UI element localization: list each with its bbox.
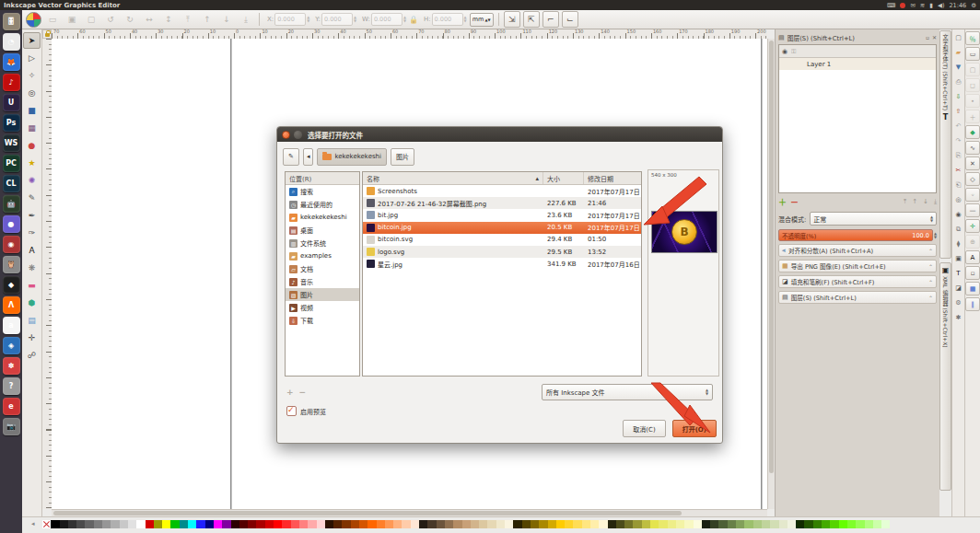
palette-swatch[interactable] — [453, 520, 461, 528]
fill-stroke-dialog-button[interactable]: ◪ — [952, 282, 965, 295]
launcher-firefox[interactable]: 🦊 — [3, 53, 20, 71]
palette-swatch[interactable] — [718, 520, 727, 528]
palette-swatch[interactable] — [487, 520, 496, 528]
palette-swatch[interactable] — [710, 520, 718, 528]
palette-swatch[interactable] — [479, 520, 487, 528]
launcher-inkscape[interactable]: ◆ — [3, 276, 20, 294]
palette-swatch[interactable] — [813, 520, 822, 528]
raise-button[interactable]: ↑ — [199, 11, 216, 28]
palette-swatch[interactable] — [256, 520, 264, 528]
snap-enable-toggle[interactable]: ％ — [965, 31, 980, 45]
lower-layer-bottom-button[interactable]: ⤓ — [934, 198, 937, 205]
launcher-files[interactable]: 🗄 — [3, 13, 20, 30]
snap-line-midpoints-toggle[interactable]: — — [965, 203, 980, 217]
clock[interactable]: 21:46 — [949, 2, 966, 9]
palette-scroll-left-icon[interactable]: ◂ — [31, 520, 35, 527]
h-spinner[interactable]: ▲▼ — [464, 16, 467, 23]
palette-swatch[interactable] — [556, 520, 565, 528]
launcher-screenshot-tool[interactable]: 📷 — [3, 418, 20, 435]
column-date[interactable]: 修改日期 — [584, 172, 641, 184]
palette-swatch[interactable] — [368, 520, 376, 528]
unit-select[interactable]: mm▲▼ — [470, 13, 494, 27]
duplicate-button[interactable]: ⧉ — [952, 223, 965, 236]
file-row-bitcoin-svg[interactable]: bitcoin.svg 29.4 KB 01:50 — [363, 234, 641, 246]
y-spinner[interactable]: ▲▼ — [354, 16, 356, 23]
palette-swatch[interactable] — [539, 520, 547, 528]
zoom-tool[interactable]: ◎ — [23, 85, 41, 101]
palette-swatch[interactable] — [162, 520, 170, 528]
dockbar-align-distribute[interactable]: ⫷ 对齐和分散(A) (Shift+Ctrl+A) ⌃ — [778, 244, 937, 257]
redo-button[interactable]: ↷ — [952, 134, 965, 147]
affect-corners-toggle[interactable]: ⌐ — [542, 11, 559, 28]
palette-swatch[interactable] — [170, 520, 179, 528]
snap-grids-toggle[interactable]: ▦ — [965, 282, 980, 295]
palette-swatch[interactable] — [76, 520, 85, 528]
palette-swatch[interactable] — [265, 520, 274, 528]
palette-swatch[interactable] — [779, 520, 788, 528]
ruler-corner[interactable] — [42, 29, 52, 39]
palette-swatch[interactable] — [274, 520, 282, 528]
palette-swatch[interactable] — [180, 520, 188, 528]
place-music[interactable]: ♪ 音乐 — [286, 275, 359, 288]
x-input[interactable]: 0.000 — [274, 13, 306, 26]
palette-swatch[interactable] — [136, 520, 145, 528]
palette-swatch[interactable] — [462, 520, 471, 528]
flip-horizontal-button[interactable]: ↔ — [141, 11, 158, 28]
layers-panel-header[interactable]: ▤ 图层(S) (Shift+Ctrl+L) ▫ ✕ — [778, 31, 937, 43]
place-desktop[interactable]: ▤ 桌面 — [286, 224, 359, 237]
palette-swatch[interactable] — [60, 520, 68, 528]
file-row-bit-jpg[interactable]: bit.jpg 23.6 KB 2017年07月17日 — [363, 209, 641, 221]
add-place-button[interactable]: + — [286, 388, 294, 397]
dockbar-layers[interactable]: ▤ 图层(S) (Shift+Ctrl+L) ⌃ — [778, 291, 937, 304]
dockbar-export-png[interactable]: ▦ 导出 PNG 图像(E) (Shift+Ctrl+E) ⌃ — [778, 260, 937, 272]
affect-move-patterns-toggle[interactable]: ⇲ — [504, 11, 520, 28]
palette-swatch[interactable] — [333, 520, 342, 528]
dialog-close-button[interactable] — [282, 131, 290, 139]
palette-swatch[interactable] — [188, 520, 196, 528]
place-kekekekekeshi[interactable]: ▰ kekekekekeshi — [286, 211, 359, 224]
palette-swatch[interactable] — [830, 520, 838, 528]
dialog-titlebar[interactable]: 选择要打开的文件 — [277, 127, 722, 142]
launcher-webstorm[interactable]: WS — [3, 134, 20, 152]
add-layer-button[interactable]: ＋ — [778, 196, 787, 208]
launcher-lambda-app[interactable]: Λ — [3, 296, 20, 314]
text-tool[interactable]: A — [23, 242, 41, 259]
palette-swatch[interactable] — [471, 520, 479, 528]
w-input[interactable]: 0.000 — [371, 13, 402, 26]
palette-swatch[interactable] — [804, 520, 812, 528]
deselect-button[interactable]: ▢ — [83, 11, 99, 28]
column-size[interactable]: 大小 — [543, 172, 584, 184]
affect-stroke-toggle[interactable]: ⌙ — [562, 11, 578, 28]
palette-swatch[interactable] — [239, 520, 248, 528]
selector-tool[interactable]: ➤ — [23, 32, 41, 49]
palette-swatch[interactable] — [196, 520, 204, 528]
paste-button[interactable]: ⎗ — [952, 179, 965, 191]
snap-path-intersections-toggle[interactable]: ✕ — [965, 156, 980, 170]
palette-swatch[interactable] — [299, 520, 308, 528]
tab-text-and-font[interactable]: 文字和字体(T) (Shift+Ctrl+T) T — [939, 30, 951, 259]
horizontal-scrollbar[interactable] — [52, 509, 767, 516]
place-downloads[interactable]: ⇩ 下载 — [286, 314, 359, 327]
panel-close-button[interactable]: ✕ — [932, 34, 937, 41]
palette-swatch[interactable] — [796, 520, 804, 528]
snap-nodes-toggle[interactable]: ◆ — [965, 125, 980, 139]
palette-swatch[interactable] — [445, 520, 453, 528]
launcher-idea[interactable]: U — [3, 94, 20, 111]
launcher-android-studio[interactable]: 🤖 — [3, 195, 20, 213]
palette-swatch[interactable] — [402, 520, 410, 528]
raise-layer-button[interactable]: ↑ — [912, 198, 917, 205]
node-tool[interactable]: ▷ — [23, 50, 41, 66]
zoom-drawing-button[interactable]: ◎ — [952, 193, 965, 206]
palette-swatch[interactable] — [624, 520, 633, 528]
keyboard-indicator-icon[interactable]: ⌨ — [887, 2, 895, 9]
rectangle-tool[interactable]: ■ — [23, 102, 41, 119]
paint-bucket-tool[interactable]: ⬢ — [23, 295, 41, 311]
palette-swatch[interactable] — [102, 520, 111, 528]
palette-swatch[interactable] — [582, 520, 590, 528]
palette-swatch[interactable] — [120, 520, 128, 528]
path-back-button[interactable]: ◂ — [303, 148, 314, 166]
palette-swatch[interactable] — [847, 520, 856, 528]
palette-swatch[interactable] — [684, 520, 693, 528]
session-gear-icon[interactable]: ⚙ — [971, 2, 976, 9]
box3d-tool[interactable]: ▦ — [23, 120, 41, 136]
